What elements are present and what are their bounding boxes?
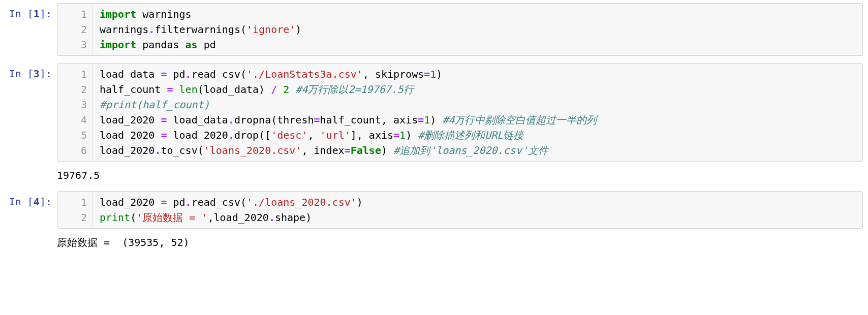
code-token: ,load_2020: [207, 211, 268, 224]
code-line: load_2020 = load_data.dropna(thresh=half…: [100, 112, 855, 128]
code-cell[interactable]: In [4]:12load_2020 = pd.read_csv('./loan…: [0, 188, 868, 233]
code-token: as: [185, 39, 198, 51]
code-token: 'url': [320, 129, 351, 141]
code-token: =: [314, 114, 320, 126]
code-token: dropna(thresh: [234, 114, 314, 126]
prompt-prefix: In [: [9, 196, 34, 208]
code-token: '原始数据 = ': [136, 211, 207, 224]
code-token: 2: [283, 83, 289, 96]
code-token: 'loans_2020.csv': [204, 144, 302, 156]
code-token: =: [161, 114, 167, 126]
code-token: ): [430, 114, 442, 126]
prompt-number: 4: [34, 196, 40, 208]
code-line: load_2020 = load_2020.drop(['desc', 'url…: [100, 128, 855, 143]
code-line: load_2020.to_csv('loans_2020.csv', index…: [100, 143, 855, 158]
prompt-suffix: ]:: [40, 68, 52, 80]
code-token: (: [130, 211, 136, 224]
code-token: .: [228, 114, 234, 126]
code-token: load_data: [167, 114, 228, 126]
code-input-area[interactable]: 123import warningswarnings.filterwarning…: [57, 3, 863, 56]
prompt-suffix: ]:: [40, 8, 52, 20]
output-text: 原始数据 = (39535, 52): [57, 235, 190, 250]
code-token: =: [161, 68, 167, 80]
line-number: 3: [65, 97, 87, 112]
code-token: (: [240, 23, 246, 36]
line-number: 4: [65, 112, 87, 128]
code-token: , index: [301, 144, 344, 156]
code-token: =: [161, 196, 167, 208]
code-token: .: [185, 68, 192, 80]
line-number: 2: [65, 82, 87, 97]
code-token: shape): [275, 211, 312, 224]
code-cell[interactable]: In [1]:123import warningswarnings.filter…: [0, 0, 868, 60]
code-token: [277, 83, 283, 96]
code-token: 1: [424, 114, 430, 126]
code-token: drop([: [234, 129, 271, 141]
line-number: 1: [65, 195, 87, 210]
code-token: [173, 83, 179, 96]
line-number: 6: [65, 143, 87, 158]
code-token: #追加到'loans_2020.csv'文件: [393, 144, 548, 156]
notebook-container: In [1]:123import warningswarnings.filter…: [0, 0, 868, 255]
code-token: pd: [167, 196, 185, 208]
code-line: half_count = len(load_data) / 2 #4万行除以2=…: [100, 82, 855, 97]
code-token: pd: [167, 68, 185, 80]
code-token: filterwarnings: [154, 23, 240, 36]
code-editor[interactable]: load_data = pd.read_csv('./LoanStats3a.c…: [92, 64, 862, 161]
line-number-gutter: 123456: [57, 64, 92, 161]
code-token: len: [179, 83, 198, 96]
code-token: read_csv(: [192, 196, 246, 208]
code-line: #print(half_count): [100, 97, 855, 112]
code-token: #print(half_count): [100, 99, 210, 111]
prompt-suffix: ]:: [40, 196, 52, 208]
code-token: /: [271, 83, 277, 96]
code-token: .: [148, 23, 154, 36]
line-number-gutter: 123: [57, 4, 92, 55]
code-token: half_count: [100, 83, 167, 96]
prompt-prefix: In [: [9, 8, 34, 20]
code-token: import: [100, 39, 136, 51]
code-token: #4万行除以2=19767.5行: [295, 83, 413, 96]
code-cell[interactable]: In [3]:123456load_data = pd.read_csv('./…: [0, 60, 868, 166]
line-number: 5: [65, 128, 87, 143]
code-token: .: [269, 211, 275, 224]
code-token: ): [436, 68, 442, 80]
code-token: load_2020: [100, 114, 161, 126]
code-token: load_2020: [100, 196, 161, 208]
code-token: =: [167, 83, 173, 96]
code-token: (load_data): [198, 83, 271, 96]
code-line: print('原始数据 = ',load_2020.shape): [100, 210, 855, 225]
code-line: load_data = pd.read_csv('./LoanStats3a.c…: [100, 67, 855, 82]
code-token: =: [424, 68, 430, 80]
output-text: 19767.5: [57, 168, 100, 183]
code-token: warnings: [136, 8, 191, 20]
code-line: warnings.filterwarnings('ignore'): [100, 22, 855, 37]
code-line: load_2020 = pd.read_csv('./loans_2020.cs…: [100, 195, 855, 210]
code-token: './LoanStats3a.csv': [246, 68, 363, 80]
input-prompt: In [3]:: [5, 63, 57, 81]
line-number: 1: [65, 67, 87, 82]
code-token: half_count, axis: [320, 114, 418, 126]
code-line: import pandas as pd: [100, 37, 855, 52]
line-number: 2: [65, 22, 87, 37]
code-token: =: [393, 129, 399, 141]
code-token: to_csv(: [161, 144, 203, 156]
code-token: warnings: [100, 23, 148, 36]
code-token: 'ignore': [246, 23, 295, 36]
code-token: =: [418, 114, 424, 126]
code-input-area[interactable]: 123456load_data = pd.read_csv('./LoanSta…: [57, 63, 863, 162]
code-token: ): [295, 23, 301, 36]
code-editor[interactable]: load_2020 = pd.read_csv('./loans_2020.cs…: [92, 192, 862, 228]
code-token: read_csv(: [192, 68, 246, 80]
code-token: #4万行中剔除空白值超过一半的列: [442, 114, 597, 126]
input-prompt: In [1]:: [5, 3, 57, 21]
code-token: , skiprows: [363, 68, 424, 80]
input-prompt: In [4]:: [5, 191, 57, 209]
prompt-number: 1: [34, 8, 40, 20]
line-number-gutter: 12: [57, 192, 92, 228]
code-token: ): [381, 144, 393, 156]
code-editor[interactable]: import warningswarnings.filterwarnings('…: [92, 4, 862, 55]
code-token: ): [357, 196, 363, 208]
line-number: 3: [65, 37, 87, 52]
code-input-area[interactable]: 12load_2020 = pd.read_csv('./loans_2020.…: [57, 191, 863, 229]
